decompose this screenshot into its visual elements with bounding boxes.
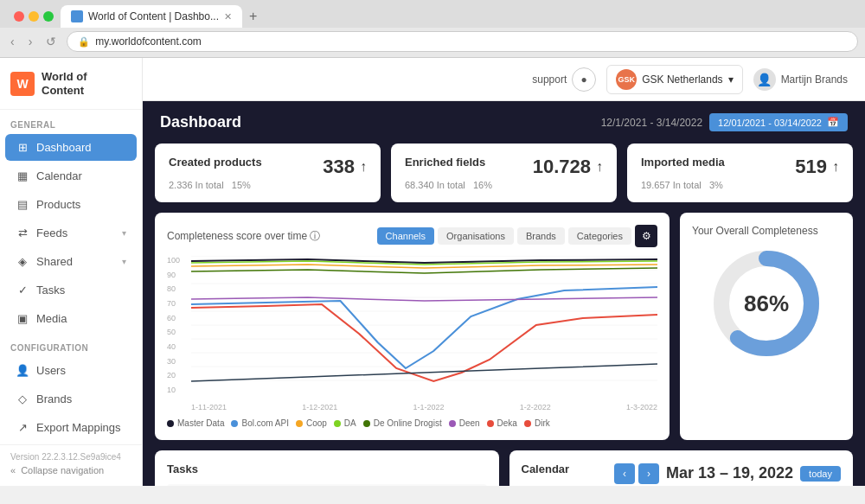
user-info: 👤 Martijn Brands [753, 68, 848, 91]
sidebar-section-general: General [0, 110, 142, 133]
sidebar-item-products[interactable]: ▤ Products [5, 191, 137, 218]
tab-brands[interactable]: Brands [517, 227, 565, 245]
stat-card-sub: 19.657 In total 3% [641, 180, 839, 190]
collapse-icon: « [10, 465, 16, 475]
trend-icon: ↑ [596, 159, 603, 175]
sidebar-footer: Version 22.2.3.12.Se9a9ice4 « Collapse n… [0, 444, 142, 486]
org-name: GSK Netherlands [642, 73, 722, 86]
legend-item-coop: Coop [296, 418, 327, 428]
trend-icon: ↑ [832, 159, 839, 175]
forward-button[interactable]: › [25, 33, 36, 50]
calendar-header: Calendar ‹ › Mar 13 – 19, 2022 today [522, 463, 842, 484]
sidebar-item-tasks[interactable]: ✓ Tasks [5, 277, 137, 303]
legend-dot [524, 420, 531, 427]
tasks-icon: ✓ [16, 284, 29, 297]
legend-item-da: DA [334, 418, 356, 428]
sidebar-item-label: Brands [36, 392, 72, 405]
x-label: 1-1-2022 [413, 403, 445, 411]
support-button[interactable]: support ● [532, 67, 596, 92]
feeds-icon: ⇄ [16, 226, 29, 239]
stat-card-title: Created products [169, 156, 262, 169]
sidebar-item-label: Shared [36, 255, 73, 268]
support-circle[interactable]: ● [572, 67, 596, 92]
y-label: 30 [167, 357, 180, 366]
chart-svg [191, 256, 657, 394]
tab-channels[interactable]: Channels [377, 227, 434, 245]
close-button[interactable] [14, 11, 24, 22]
y-axis-labels: 100 90 80 70 60 50 40 30 20 10 [167, 256, 180, 394]
tasks-title: Tasks [167, 463, 487, 475]
calendar-next-button[interactable]: › [638, 463, 659, 484]
y-label: 100 [167, 256, 180, 265]
chart-header: Completeness score over time ⓘ Channels … [167, 225, 657, 247]
completeness-title: Your Overall Completeness [692, 225, 841, 237]
legend-item-masterdata: Master Data [167, 418, 224, 428]
sidebar-item-label: Users [36, 364, 66, 377]
maximize-button[interactable] [43, 11, 54, 22]
logo-icon: W [10, 72, 35, 96]
chart-container: Completeness score over time ⓘ Channels … [155, 213, 670, 440]
legend-item-dirk: Dirk [524, 418, 550, 428]
minimize-button[interactable] [29, 11, 39, 22]
sidebar-item-brands[interactable]: ◇ Brands [5, 386, 137, 412]
legend-label: Coop [306, 418, 327, 428]
export-icon: ↗ [16, 421, 29, 434]
today-button[interactable]: today [800, 466, 841, 482]
address-bar[interactable]: 🔒 my.worldofcontent.com [67, 31, 858, 52]
back-button[interactable]: ‹ [7, 33, 18, 50]
refresh-button[interactable]: ↺ [42, 33, 60, 50]
support-label: support [532, 73, 567, 86]
topnav: support ● GSK GSK Netherlands ▾ 👤 Martij… [143, 58, 865, 101]
legend-label: Deka [497, 418, 517, 428]
stat-card-value: 519 ↑ [795, 156, 839, 178]
sidebar-item-calendar[interactable]: ▦ Calendar [5, 163, 137, 189]
legend-label: Deen [459, 418, 480, 428]
chart-settings-button[interactable]: ⚙ [635, 225, 657, 247]
browser-tab[interactable]: World of Content | Dashbo... ✕ [61, 5, 242, 28]
brands-icon: ◇ [16, 392, 29, 405]
sidebar-item-export-mappings[interactable]: ↗ Export Mappings [5, 414, 137, 441]
sidebar-item-media[interactable]: ▣ Media [5, 305, 137, 332]
lock-icon: 🔒 [78, 36, 90, 48]
dashboard-header: Dashboard 12/1/2021 - 3/14/2022 12/01/20… [143, 101, 865, 144]
stat-card-value: 10.728 ↑ [533, 156, 603, 178]
org-chevron: ▾ [728, 73, 734, 86]
donut-percent: 86% [744, 290, 789, 317]
tab-title: World of Content | Dashbo... [88, 10, 219, 22]
sidebar-item-shared[interactable]: ◈ Shared ▾ [5, 248, 137, 275]
y-label: 20 [167, 371, 180, 380]
y-label: 80 [167, 284, 180, 293]
legend-dot [167, 420, 174, 427]
calendar-icon: 📅 [827, 117, 839, 128]
tab-categories[interactable]: Categories [568, 227, 631, 245]
trend-icon: ↑ [360, 159, 367, 175]
chevron-down-icon: ▾ [122, 228, 126, 238]
date-badge-text: 12/01/2021 - 03/14/2022 [718, 118, 822, 128]
legend-dot [363, 420, 370, 427]
main-area: support ● GSK GSK Netherlands ▾ 👤 Martij… [143, 58, 865, 486]
date-badge[interactable]: 12/01/2021 - 03/14/2022 📅 [709, 113, 848, 131]
legend-label: Master Data [177, 418, 224, 428]
stat-card-sub: 2.336 In total 15% [169, 180, 367, 190]
sidebar-item-label: Tasks [36, 284, 65, 297]
tab-close-icon[interactable]: ✕ [224, 11, 232, 22]
sidebar-item-label: Media [36, 312, 67, 325]
sidebar-item-users[interactable]: 👤 Users [5, 357, 137, 384]
sidebar: W World ofContent General ⊞ Dashboard ▦ … [0, 58, 143, 486]
calendar-prev-button[interactable]: ‹ [614, 463, 635, 484]
legend-item-bolcom: Bol.com API [231, 418, 288, 428]
chart-legend: Master Data Bol.com API Coop DA [167, 418, 657, 428]
legend-item-deka: Deka [487, 418, 517, 428]
sidebar-item-feeds[interactable]: ⇄ Feeds ▾ [5, 220, 137, 246]
chart-area: 100 90 80 70 60 50 40 30 20 10 [167, 256, 657, 411]
collapse-label: Collapse navigation [21, 465, 104, 475]
collapse-nav-button[interactable]: « Collapse navigation [10, 462, 131, 479]
tab-organisations[interactable]: Organisations [438, 227, 514, 245]
version-label: Version 22.2.3.12.Se9a9ice4 [10, 452, 131, 462]
chart-title: Completeness score over time ⓘ [167, 229, 320, 244]
sidebar-item-label: Dashboard [36, 141, 92, 154]
sidebar-item-dashboard[interactable]: ⊞ Dashboard [5, 134, 137, 161]
new-tab-button[interactable]: + [242, 5, 264, 28]
y-label: 70 [167, 299, 180, 308]
org-selector[interactable]: GSK GSK Netherlands ▾ [606, 65, 742, 94]
